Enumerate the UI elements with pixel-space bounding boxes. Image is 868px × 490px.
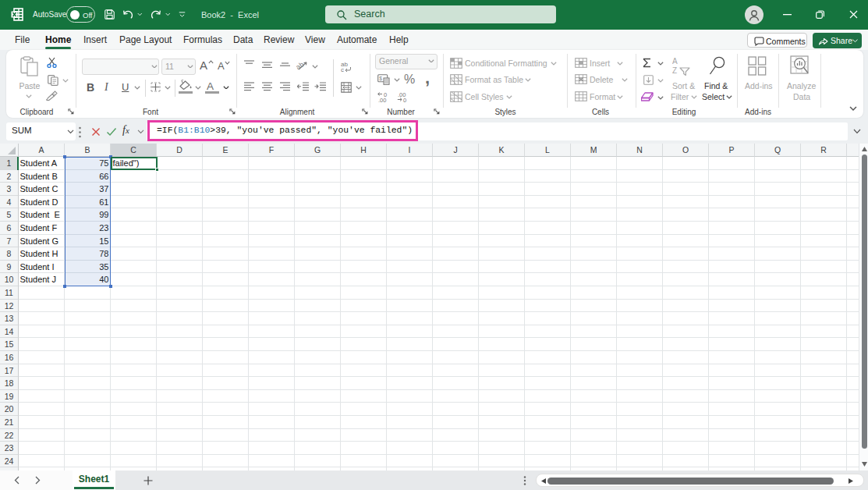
svg-text:0: 0 [403, 97, 406, 103]
svg-text:.00: .00 [378, 97, 386, 103]
svg-text:ab: ab [296, 60, 305, 71]
svg-text:c: c [341, 66, 344, 73]
svg-text:A: A [672, 57, 678, 66]
svg-text:Z: Z [672, 66, 677, 75]
svg-text:$: $ [379, 76, 382, 81]
